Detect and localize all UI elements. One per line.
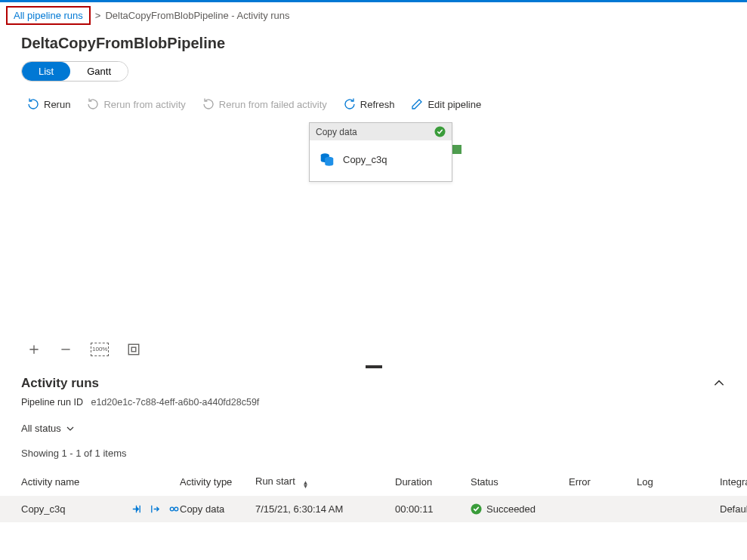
collapse-button[interactable] (712, 377, 726, 390)
activity-name-text: Copy_c3q (21, 503, 66, 515)
svg-rect-4 (132, 347, 137, 352)
database-icon (319, 151, 335, 168)
col-run-start[interactable]: Run start ▲▼ (255, 475, 395, 488)
rerun-activity-label: Rerun from activity (103, 99, 185, 110)
col-activity-type[interactable]: Activity type (180, 476, 255, 488)
node-connector (452, 145, 461, 154)
rerun-from-activity-button: Rerun from activity (87, 98, 185, 110)
activity-runs-header: Activity runs (0, 373, 747, 394)
pipeline-canvas[interactable]: Copy data Copy_c3q (0, 118, 747, 337)
activity-node-body: Copy_c3q (310, 140, 452, 181)
page-title: DeltaCopyFromBlobPipeline (0, 29, 747, 61)
cell-duration: 00:00:11 (395, 503, 471, 515)
cell-integration: DefaultIntegr (720, 503, 747, 515)
rerun-icon (27, 98, 39, 110)
panel-resize-handle[interactable] (366, 365, 382, 368)
zoom-controls: 100% (0, 337, 747, 365)
activity-node[interactable]: Copy data Copy_c3q (309, 122, 452, 182)
details-icon[interactable] (168, 503, 180, 515)
chevron-down-icon (66, 424, 75, 433)
showing-count: Showing 1 - 1 of 1 items (0, 448, 747, 468)
edit-pipeline-button[interactable]: Edit pipeline (411, 98, 481, 110)
cell-run-start: 7/15/21, 6:30:14 AM (255, 503, 395, 515)
zoom-fit-button[interactable] (127, 343, 140, 356)
input-icon[interactable] (131, 503, 142, 515)
cell-activity-type: Copy data (180, 503, 255, 515)
svg-point-5 (170, 507, 174, 511)
edit-pipeline-label: Edit pipeline (428, 99, 481, 110)
zoom-out-button[interactable] (59, 343, 73, 356)
table-row[interactable]: Copy_c3q Copy data 7/15/21, 6:30:14 AM 0… (0, 496, 747, 522)
sort-icon: ▲▼ (302, 481, 308, 488)
svg-rect-3 (129, 344, 140, 355)
col-duration[interactable]: Duration (395, 476, 471, 488)
rerun-label: Rerun (44, 99, 70, 110)
success-check-icon (434, 126, 446, 137)
cell-activity-name: Copy_c3q (21, 503, 180, 515)
status-filter-label: All status (21, 423, 61, 434)
refresh-label: Refresh (360, 99, 395, 110)
toolbar: Rerun Rerun from activity Rerun from fai… (0, 95, 747, 118)
activity-runs-title: Activity runs (21, 376, 99, 391)
pipeline-runid-label: Pipeline run ID (21, 397, 83, 408)
output-icon[interactable] (150, 503, 161, 515)
zoom-reset-button[interactable]: 100% (91, 343, 109, 356)
rerun-failed-label: Rerun from failed activity (219, 99, 327, 110)
activity-node-name: Copy_c3q (343, 154, 387, 165)
col-status[interactable]: Status (471, 476, 569, 488)
activity-node-type: Copy data (316, 127, 357, 137)
col-error[interactable]: Error (569, 476, 637, 488)
rerun-button[interactable]: Rerun (27, 98, 70, 110)
rerun-from-failed-button: Rerun from failed activity (202, 98, 327, 110)
col-integration[interactable]: Integration r (720, 476, 747, 488)
zoom-in-button[interactable] (27, 343, 41, 356)
activity-node-header: Copy data (310, 123, 452, 140)
refresh-icon (344, 98, 356, 110)
view-gantt-button[interactable]: Gantt (70, 62, 128, 81)
status-filter[interactable]: All status (0, 421, 747, 448)
col-log[interactable]: Log (637, 476, 720, 488)
status-text: Succeeded (486, 503, 536, 515)
breadcrumb-separator-icon: > (95, 10, 101, 21)
view-list-button[interactable]: List (22, 62, 70, 81)
pipeline-runid-value: e1d20e1c-7c88-4eff-a6b0-a440fd28c59f (91, 397, 259, 408)
pipeline-runid-row: Pipeline run ID e1d20e1c-7c88-4eff-a6b0-… (0, 394, 747, 421)
pencil-icon (411, 98, 423, 110)
table-header-row: Activity name Activity type Run start ▲▼… (0, 468, 747, 496)
success-check-icon (471, 503, 482, 515)
rerun-activity-icon (87, 98, 99, 110)
col-activity-name[interactable]: Activity name (21, 476, 180, 488)
svg-point-6 (174, 507, 178, 511)
breadcrumb-root-link[interactable]: All pipeline runs (6, 6, 91, 25)
refresh-button[interactable]: Refresh (344, 98, 395, 110)
activity-runs-table: Activity name Activity type Run start ▲▼… (0, 468, 747, 522)
view-toggle: List Gantt (21, 61, 128, 82)
cell-status: Succeeded (471, 503, 569, 515)
rerun-failed-icon (202, 98, 215, 110)
breadcrumb-current: DeltaCopyFromBlobPipeline - Activity run… (105, 10, 289, 21)
breadcrumb: All pipeline runs > DeltaCopyFromBlobPip… (0, 2, 747, 29)
